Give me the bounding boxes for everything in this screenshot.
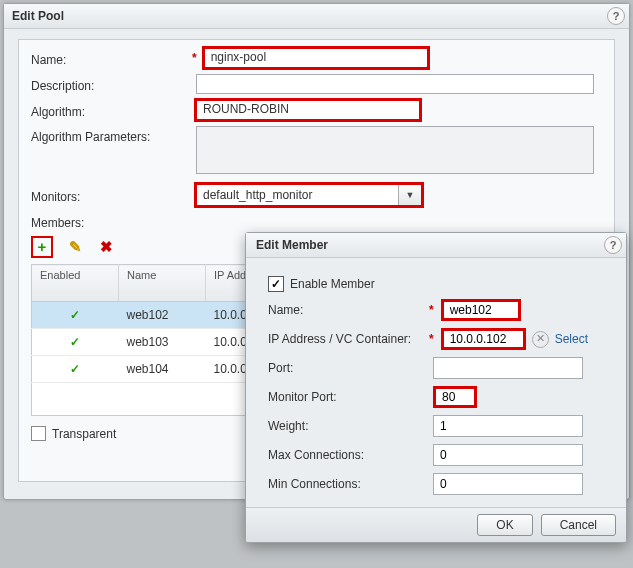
label-member-ip: IP Address / VC Container:: [268, 332, 433, 346]
edit-member-body: ✓ Enable Member Name: * IP Address / VC …: [246, 258, 626, 510]
edit-member-titlebar: Edit Member ?: [246, 233, 626, 258]
col-name[interactable]: Name: [119, 265, 206, 302]
help-icon[interactable]: ?: [604, 236, 622, 254]
member-ip-input[interactable]: [441, 328, 526, 350]
select-link[interactable]: Select: [555, 332, 588, 346]
edit-pool-titlebar: Edit Pool ?: [4, 4, 629, 29]
edit-member-dialog: Edit Member ? ✓ Enable Member Name: * IP…: [245, 232, 627, 543]
label-member-weight: Weight:: [268, 419, 433, 433]
chevron-down-icon[interactable]: ▼: [398, 185, 421, 205]
edit-member-title: Edit Member: [256, 238, 328, 252]
cell-name: web104: [119, 356, 206, 383]
member-button-bar: OK Cancel: [246, 507, 626, 542]
label-monitors: Monitors:: [31, 186, 196, 204]
required-marker: *: [429, 332, 434, 346]
label-member-port: Port:: [268, 361, 433, 375]
add-icon[interactable]: +: [31, 236, 53, 258]
label-name: Name:: [31, 49, 196, 67]
delete-icon[interactable]: ✖: [98, 238, 116, 256]
member-min-conn-input[interactable]: [433, 473, 583, 495]
ok-button[interactable]: OK: [477, 514, 532, 536]
transparent-checkbox[interactable]: [31, 426, 46, 441]
label-member-max-conn: Max Connections:: [268, 448, 433, 462]
help-icon[interactable]: ?: [607, 7, 625, 25]
label-member-name: Name:: [268, 303, 433, 317]
algorithm-input[interactable]: ROUND-ROBIN: [196, 100, 420, 120]
label-member-min-conn: Min Connections:: [268, 477, 433, 491]
monitors-value: default_http_monitor: [197, 185, 398, 205]
member-name-input[interactable]: [441, 299, 521, 321]
description-input[interactable]: [196, 74, 594, 94]
required-marker: *: [192, 51, 197, 65]
label-member-monitor-port: Monitor Port:: [268, 390, 433, 404]
monitors-dropdown[interactable]: default_http_monitor ▼: [196, 184, 422, 206]
label-members: Members:: [31, 212, 196, 230]
checkmark-icon: ✓: [32, 356, 119, 383]
edit-pool-title: Edit Pool: [12, 9, 64, 23]
label-enable-member: Enable Member: [290, 277, 375, 291]
label-description: Description:: [31, 75, 196, 93]
member-monitor-port-input[interactable]: [433, 386, 477, 408]
col-enabled[interactable]: Enabled: [32, 265, 119, 302]
clear-icon[interactable]: ✕: [532, 331, 549, 348]
label-algorithm-params: Algorithm Parameters:: [31, 126, 196, 144]
member-weight-input[interactable]: [433, 415, 583, 437]
cancel-button[interactable]: Cancel: [541, 514, 616, 536]
label-transparent: Transparent: [52, 427, 116, 441]
member-port-input[interactable]: [433, 357, 583, 379]
checkmark-icon: ✓: [32, 302, 119, 329]
checkmark-icon: ✓: [32, 329, 119, 356]
name-input[interactable]: nginx-pool: [204, 48, 428, 68]
enable-member-checkbox[interactable]: ✓: [268, 276, 284, 292]
label-algorithm: Algorithm:: [31, 101, 196, 119]
required-marker: *: [429, 303, 434, 317]
edit-icon[interactable]: ✎: [66, 238, 84, 256]
cell-name: web102: [119, 302, 206, 329]
algorithm-params-input[interactable]: [196, 126, 594, 174]
member-max-conn-input[interactable]: [433, 444, 583, 466]
cell-name: web103: [119, 329, 206, 356]
